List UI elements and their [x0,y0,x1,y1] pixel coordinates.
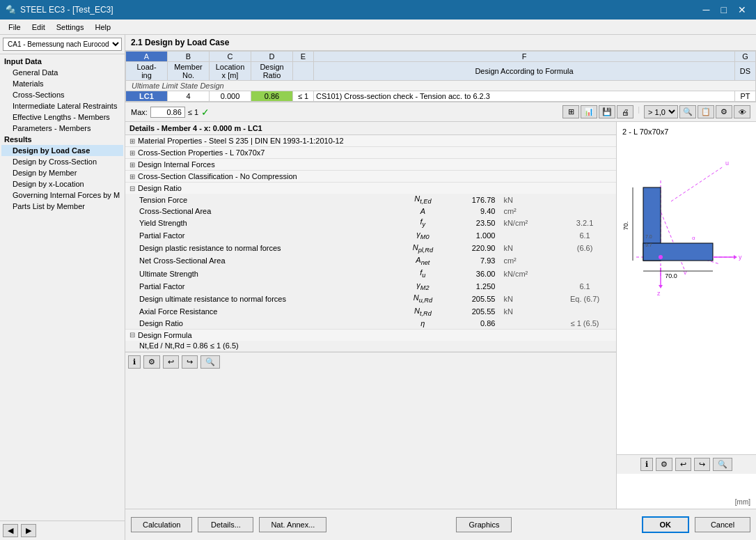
calculation-button[interactable]: Calculation [131,517,192,532]
tree-effective-lengths[interactable]: Effective Lengths - Members [1,111,123,123]
details-header: Details - Member 4 - x: 0.000 m - LC1 [125,122,616,135]
location-cell: 0.000 [210,91,251,102]
detail-eta-ref: ≤ 1 (6.5) [553,318,616,328]
tree-design-member[interactable]: Design by Member [1,167,123,178]
toolbar-settings-btn[interactable]: ⚙ [716,105,732,118]
detail-nplrd-sym: Npl,Rd [399,242,447,254]
svg-text:9.7: 9.7 [645,242,652,247]
svg-text:u: u [725,160,729,167]
main-table-area: A B C D E F G Load-ing MemberNo. Locatio… [125,51,756,102]
detail-eta-val: 0.86 [447,318,500,328]
detail-pf1-label: Partial Factor [125,229,399,242]
detail-area-sym: A [399,206,447,217]
details-button[interactable]: Details... [198,517,253,532]
detail-nurd-unit: kN [499,293,553,305]
design-ratio-header[interactable]: ⊟ Design Ratio [125,183,616,194]
menu-edit[interactable]: Edit [26,22,51,33]
detail-settings-btn[interactable]: ⚙ [143,355,160,369]
classification-section: ⊞ Cross-Section Classification - No Comp… [125,171,616,183]
minimize-button[interactable]: ─ [699,4,714,15]
case-dropdown[interactable]: CA1 - Bemessung nach Eurocode... [3,38,122,51]
cancel-button[interactable]: Cancel [695,517,750,532]
toolbar-copy-btn[interactable]: 📋 [698,105,714,118]
tree-governing-internal[interactable]: Governing Internal Forces by M [1,190,123,201]
tree-design-x-location[interactable]: Design by x-Location [1,178,123,190]
le1-text: ≤ 1 [188,108,198,116]
tree-design-load-case[interactable]: Design by Load Case [1,145,123,156]
cs-back-btn[interactable]: ↩ [675,458,691,471]
menu-file[interactable]: File [3,22,26,33]
nat-annex-button[interactable]: Nat. Annex... [259,517,326,532]
max-label: Max: [131,108,148,116]
cs-info-btn[interactable]: ℹ [640,458,653,471]
data-row[interactable]: LC1 4 0.000 0.86 ≤ 1 CS101) Cross-sectio… [126,91,756,102]
design-ratio-section: ⊟ Design Ratio Tension Force Nt,Ed 176.7… [125,183,616,330]
detail-pf2-ref: 6.1 [553,280,616,293]
tree-parts-list[interactable]: Parts List by Member [1,201,123,212]
tree-cross-sections[interactable]: Cross-Sections [1,89,123,100]
detail-pf2-label: Partial Factor [125,280,399,293]
tree-lateral-restraints[interactable]: Intermediate Lateral Restraints [1,100,123,111]
detail-anet-sym: Anet [399,254,447,267]
material-label: Material Properties - Steel S 235 | DIN … [138,137,344,145]
design-formula-header[interactable]: ⊟ Design Formula [125,330,616,341]
nav-next-button[interactable]: ▶ [21,524,36,537]
maximize-button[interactable]: □ [717,4,731,15]
detail-fu-sym: fu [399,267,447,279]
nav-prev-button[interactable]: ◀ [3,524,18,537]
toolbar-zoom-btn[interactable]: 🔍 [679,105,696,118]
detail-info-btn[interactable]: ℹ [128,355,141,369]
menu-settings[interactable]: Settings [51,22,90,33]
col-loading-header: Load-ing [126,62,168,81]
material-section: ⊞ Material Properties - Steel S 235 | DI… [125,135,616,147]
tree-materials[interactable]: Materials [1,78,123,89]
details-left: Details - Member 4 - x: 0.000 m - LC1 ⊞ … [125,122,617,509]
svg-rect-7 [643,243,713,261]
tree-design-cross-section[interactable]: Design by Cross-Section [1,156,123,167]
internal-forces-section: ⊞ Design Internal Forces [125,159,616,171]
results-table: A B C D E F G Load-ing MemberNo. Locatio… [125,51,756,102]
uls-label: Ultimate Limit State Design [126,81,756,91]
close-button[interactable]: ✕ [734,4,750,15]
ok-button[interactable]: OK [642,516,690,533]
detail-forward-btn[interactable]: ↪ [182,355,198,369]
toolbar-grid-btn[interactable]: ⊞ [562,105,579,118]
col-e-header2 [293,62,314,81]
detail-zoom-btn[interactable]: 🔍 [200,355,220,369]
detail-nplrd-unit: kN [499,242,553,254]
expand-icon-class: ⊞ [129,173,135,180]
cs-forward-btn[interactable]: ↪ [694,458,710,471]
col-f-header: F [314,52,735,62]
bottom-bar: Calculation Details... Nat. Annex... Gra… [125,509,756,540]
detail-tension-unit: kN [499,194,553,206]
filter-dropdown[interactable]: > 1,0 All [644,105,678,118]
tree-parameters[interactable]: Parameters - Members [1,123,123,134]
col-e-header: E [293,52,314,62]
graphics-button[interactable]: Graphics [456,517,512,532]
toolbar-save-btn[interactable]: 💾 [599,105,615,118]
window-title: STEEL EC3 - [Test_EC3] [20,5,113,15]
menu-help[interactable]: Help [89,22,116,33]
detail-nplrd-label: Design plastic resistance to normal forc… [125,242,399,254]
cross-section-svg: y z u v 70.0 [622,139,751,341]
cs-zoom-btn[interactable]: 🔍 [713,458,732,471]
input-data-group: Input Data [1,56,123,67]
svg-text:7.0: 7.0 [645,234,652,239]
detail-pf2-sym: γM2 [399,280,447,293]
expand-icon-cs: ⊞ [129,149,135,157]
classification-header[interactable]: ⊞ Cross-Section Classification - No Comp… [125,171,616,182]
detail-nurd-ref: Eq. (6.7) [553,293,616,305]
detail-tension-val: 176.78 [447,194,500,206]
ratio-cell: 0.86 [251,91,293,102]
internal-forces-header[interactable]: ⊞ Design Internal Forces [125,159,616,170]
tree-general-data[interactable]: General Data [1,67,123,78]
expand-icon-material: ⊞ [129,137,135,145]
cs-settings-btn[interactable]: ⚙ [656,458,672,471]
cross-section-props-header[interactable]: ⊞ Cross-Section Properties - L 70x70x7 [125,147,616,158]
toolbar-eye-btn[interactable]: 👁 [734,105,750,118]
detail-nplrd-ref: (6.6) [553,242,616,254]
material-section-header[interactable]: ⊞ Material Properties - Steel S 235 | DI… [125,135,616,146]
toolbar-print-btn[interactable]: 🖨 [617,105,633,118]
toolbar-chart-btn[interactable]: 📊 [581,105,597,118]
detail-back-btn[interactable]: ↩ [163,355,179,369]
